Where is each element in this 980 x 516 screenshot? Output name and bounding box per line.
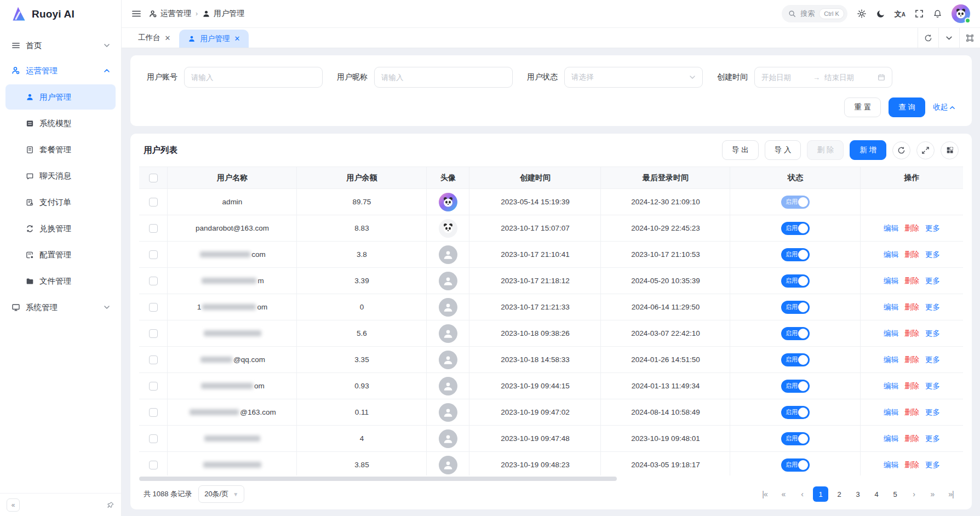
sidebar-item-config-management[interactable]: 配置管理 bbox=[5, 242, 116, 267]
row-checkbox[interactable] bbox=[149, 224, 158, 233]
edit-link[interactable]: 编辑 bbox=[884, 434, 898, 444]
delete-link[interactable]: 删除 bbox=[904, 329, 919, 339]
status-select[interactable]: 请选择 bbox=[564, 67, 703, 88]
delete-link[interactable]: 删除 bbox=[904, 381, 919, 391]
horizontal-scrollbar[interactable] bbox=[139, 477, 963, 481]
row-checkbox[interactable] bbox=[149, 434, 158, 443]
tab-menu-chevron-icon[interactable] bbox=[938, 28, 959, 48]
more-link[interactable]: 更多 bbox=[925, 408, 940, 417]
sidebar-item-home[interactable]: 首页 bbox=[5, 33, 116, 58]
export-button[interactable]: 导 出 bbox=[722, 140, 759, 160]
close-icon[interactable]: ✕ bbox=[234, 35, 240, 43]
page-button-3[interactable]: 3 bbox=[850, 486, 866, 502]
tab-workbench[interactable]: 工作台 ✕ bbox=[129, 28, 179, 48]
close-icon[interactable]: ✕ bbox=[165, 34, 171, 42]
first-page-button[interactable]: |« bbox=[757, 486, 772, 502]
page-button-1[interactable]: 1 bbox=[813, 486, 828, 502]
more-link[interactable]: 更多 bbox=[925, 355, 940, 365]
sidebar-item-plan-management[interactable]: 套餐管理 bbox=[5, 137, 116, 162]
breadcrumb-operations[interactable]: 运营管理 bbox=[149, 9, 191, 19]
bell-icon[interactable] bbox=[933, 9, 942, 19]
row-checkbox[interactable] bbox=[149, 382, 158, 391]
date-range-picker[interactable]: → bbox=[754, 67, 892, 88]
row-checkbox[interactable] bbox=[149, 198, 158, 207]
collapse-filters-link[interactable]: 收起 bbox=[933, 102, 955, 112]
scrollbar-thumb[interactable] bbox=[139, 477, 617, 481]
hamburger-menu-icon[interactable] bbox=[131, 9, 141, 19]
next-page-button[interactable]: › bbox=[906, 486, 921, 502]
delete-link[interactable]: 删除 bbox=[904, 434, 919, 444]
page-button-4[interactable]: 4 bbox=[869, 486, 884, 502]
delete-link[interactable]: 删除 bbox=[904, 302, 919, 312]
account-input[interactable] bbox=[184, 67, 323, 88]
edit-link[interactable]: 编辑 bbox=[884, 460, 898, 470]
table-fullscreen-icon[interactable] bbox=[916, 141, 935, 159]
edit-link[interactable]: 编辑 bbox=[884, 223, 898, 233]
delete-link[interactable]: 删除 bbox=[904, 408, 919, 417]
delete-link[interactable]: 删除 bbox=[904, 276, 919, 286]
row-checkbox[interactable] bbox=[149, 329, 158, 338]
more-link[interactable]: 更多 bbox=[925, 329, 940, 339]
global-search[interactable]: 搜索 Ctrl K bbox=[782, 5, 847, 22]
status-toggle[interactable]: 启用 bbox=[781, 248, 810, 261]
status-toggle[interactable]: 启用 bbox=[781, 380, 810, 393]
sidebar-item-exchange-management[interactable]: 兑换管理 bbox=[5, 216, 116, 241]
edit-link[interactable]: 编辑 bbox=[884, 408, 898, 417]
more-link[interactable]: 更多 bbox=[925, 434, 940, 444]
tab-user-management[interactable]: 用户管理 ✕ bbox=[179, 30, 249, 48]
reset-button[interactable]: 重 置 bbox=[844, 98, 881, 117]
refresh-table-icon[interactable] bbox=[892, 141, 910, 159]
sidebar-item-operations[interactable]: 运营管理 bbox=[5, 58, 116, 83]
status-toggle[interactable]: 启用 bbox=[781, 274, 810, 288]
row-checkbox[interactable] bbox=[149, 277, 158, 285]
status-toggle[interactable]: 启用 bbox=[781, 458, 810, 472]
sidebar-item-user-management[interactable]: 用户管理 bbox=[5, 84, 116, 110]
language-icon[interactable]: 文A bbox=[895, 10, 906, 18]
page-button-5[interactable]: 5 bbox=[887, 486, 903, 502]
status-toggle[interactable]: 启用 bbox=[781, 196, 810, 209]
row-checkbox[interactable] bbox=[149, 303, 158, 312]
sidebar-item-payment-orders[interactable]: 支付订单 bbox=[5, 190, 116, 215]
more-link[interactable]: 更多 bbox=[925, 381, 940, 391]
breadcrumb-users[interactable]: 用户管理 bbox=[202, 9, 244, 19]
edit-link[interactable]: 编辑 bbox=[884, 250, 898, 260]
status-toggle[interactable]: 启用 bbox=[781, 432, 810, 445]
page-button-2[interactable]: 2 bbox=[832, 486, 847, 502]
row-checkbox[interactable] bbox=[149, 461, 158, 469]
more-link[interactable]: 更多 bbox=[925, 223, 940, 233]
fullscreen-icon[interactable] bbox=[915, 9, 924, 18]
user-avatar[interactable] bbox=[952, 4, 970, 23]
search-button[interactable]: 查 询 bbox=[889, 98, 925, 117]
jump-forward-button[interactable]: » bbox=[925, 486, 940, 502]
status-toggle[interactable]: 启用 bbox=[781, 353, 810, 366]
delete-button[interactable]: 删 除 bbox=[807, 140, 844, 160]
edit-link[interactable]: 编辑 bbox=[884, 329, 898, 339]
edit-link[interactable]: 编辑 bbox=[884, 276, 898, 286]
sidebar-item-system-management[interactable]: 系统管理 bbox=[5, 295, 116, 320]
refresh-tab-icon[interactable] bbox=[918, 28, 938, 48]
gear-icon[interactable] bbox=[857, 9, 867, 19]
last-page-button[interactable]: »| bbox=[943, 486, 959, 502]
delete-link[interactable]: 删除 bbox=[904, 460, 919, 470]
end-date-input[interactable] bbox=[824, 73, 872, 82]
row-checkbox[interactable] bbox=[149, 356, 158, 364]
nickname-input[interactable] bbox=[374, 67, 513, 88]
delete-link[interactable]: 删除 bbox=[904, 250, 919, 260]
delete-link[interactable]: 删除 bbox=[904, 223, 919, 233]
prev-page-button[interactable]: ‹ bbox=[794, 486, 810, 502]
status-toggle[interactable]: 启用 bbox=[781, 301, 810, 314]
status-toggle[interactable]: 启用 bbox=[781, 406, 810, 419]
row-checkbox[interactable] bbox=[149, 408, 158, 417]
more-link[interactable]: 更多 bbox=[925, 302, 940, 312]
select-all-checkbox[interactable] bbox=[149, 174, 158, 182]
more-link[interactable]: 更多 bbox=[925, 250, 940, 260]
column-settings-icon[interactable] bbox=[941, 141, 959, 159]
edit-link[interactable]: 编辑 bbox=[884, 355, 898, 365]
sidebar-item-system-models[interactable]: 系统模型 bbox=[5, 111, 116, 136]
app-logo[interactable]: Ruoyi AI bbox=[0, 0, 121, 28]
row-checkbox[interactable] bbox=[149, 250, 158, 259]
sidebar-item-file-management[interactable]: 文件管理 bbox=[5, 268, 116, 294]
start-date-input[interactable] bbox=[761, 73, 809, 82]
sidebar-item-chat-messages[interactable]: 聊天消息 bbox=[5, 163, 116, 188]
sidebar-collapse-button[interactable]: « bbox=[7, 498, 20, 512]
